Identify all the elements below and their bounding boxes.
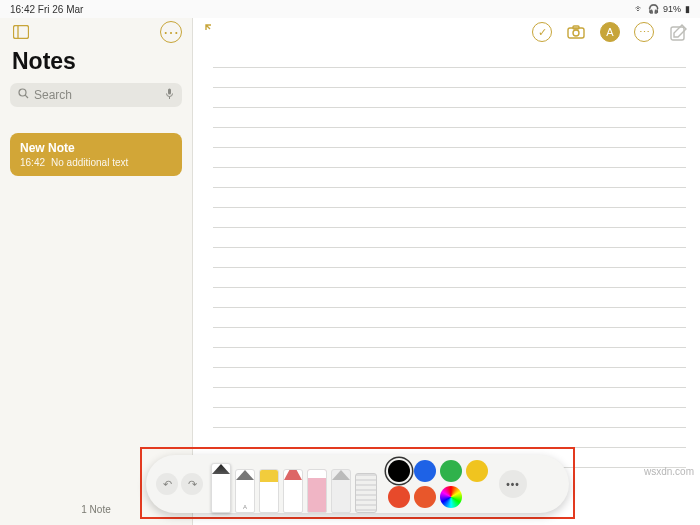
battery-icon: ▮ xyxy=(685,4,690,14)
sidebar-title: Notes xyxy=(0,46,192,79)
watermark: wsxdn.com xyxy=(644,466,694,477)
note-title: New Note xyxy=(20,141,172,155)
drawing-tools: A xyxy=(211,455,377,513)
compose-icon[interactable] xyxy=(668,22,688,42)
eraser-tool[interactable] xyxy=(307,469,327,513)
palette-more-button[interactable]: ••• xyxy=(499,470,527,498)
status-time: 16:42 Fri 26 Mar xyxy=(10,4,83,15)
color-picker-icon[interactable] xyxy=(440,486,462,508)
svg-rect-0 xyxy=(14,26,29,39)
search-icon xyxy=(18,88,29,102)
color-orange[interactable] xyxy=(414,486,436,508)
note-toolbar: ✓ A ⋯ xyxy=(193,18,700,46)
battery-pct: 91% xyxy=(663,4,681,14)
status-bar: 16:42 Fri 26 Mar ᯤ 🎧 91% ▮ xyxy=(0,0,700,18)
color-black[interactable] xyxy=(388,460,410,482)
status-right: ᯤ 🎧 91% ▮ xyxy=(635,4,690,14)
note-canvas[interactable] xyxy=(213,48,686,511)
color-red[interactable] xyxy=(388,486,410,508)
search-placeholder: Search xyxy=(34,88,72,102)
svg-point-7 xyxy=(573,30,579,36)
more-options-icon[interactable]: ⋯ xyxy=(160,21,182,43)
toolbar-more-icon[interactable]: ⋯ xyxy=(634,22,654,42)
headphones-icon: 🎧 xyxy=(648,4,659,14)
note-subtitle: No additional text xyxy=(51,157,128,168)
pen-tool[interactable] xyxy=(211,463,231,513)
redo-button[interactable]: ↷ xyxy=(181,473,203,495)
pencil-tool[interactable]: A xyxy=(235,469,255,513)
undo-button[interactable]: ↶ xyxy=(156,473,178,495)
lasso-tool[interactable] xyxy=(331,469,351,513)
search-input[interactable]: Search xyxy=(10,83,182,107)
expand-icon[interactable] xyxy=(205,24,219,41)
note-time: 16:42 xyxy=(20,157,45,168)
color-yellow[interactable] xyxy=(466,460,488,482)
color-blue[interactable] xyxy=(414,460,436,482)
svg-rect-4 xyxy=(168,88,171,94)
svg-point-2 xyxy=(19,89,26,96)
crayon-tool[interactable] xyxy=(283,469,303,513)
highlighter-tool[interactable] xyxy=(259,469,279,513)
checklist-icon[interactable]: ✓ xyxy=(532,22,552,42)
mic-icon[interactable] xyxy=(165,88,174,103)
tool-palette: ↶ ↷ A ••• xyxy=(146,455,569,513)
svg-line-3 xyxy=(25,95,28,98)
markup-icon[interactable]: A xyxy=(600,22,620,42)
ruler-tool[interactable] xyxy=(355,473,377,513)
color-swatches xyxy=(388,460,488,508)
camera-icon[interactable] xyxy=(566,22,586,42)
wifi-icon: ᯤ xyxy=(635,4,644,14)
sidebar-toggle-icon[interactable] xyxy=(10,21,32,43)
note-list-item[interactable]: New Note 16:42 No additional text xyxy=(10,133,182,176)
color-green[interactable] xyxy=(440,460,462,482)
